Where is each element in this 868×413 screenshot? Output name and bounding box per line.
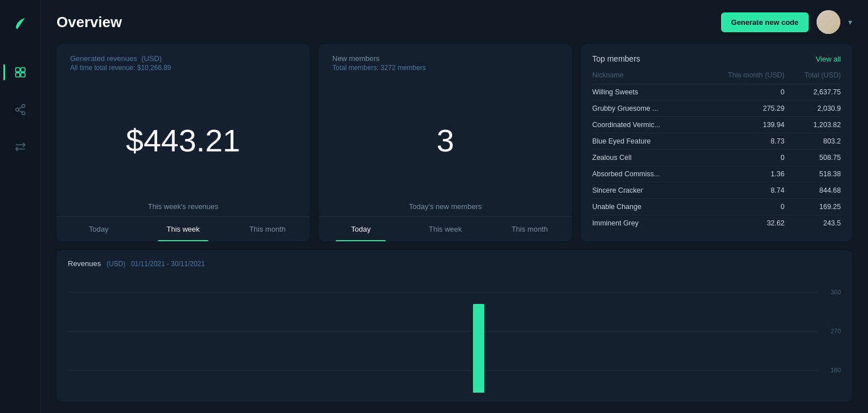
revenue-card-sublabel: All time total revenue: $10,266.89 [70,64,296,72]
member-this-month: 139.94 [697,117,785,133]
member-total: 844.68 [784,182,841,199]
member-total: 2,637.75 [784,84,841,101]
revenue-big-number: $443.21 [70,82,296,199]
revenue-tab-this-month[interactable]: This month [225,217,310,241]
members-tab-strip: Today This week This month [319,216,572,241]
member-this-month: 0 [697,84,785,101]
members-description: Today's new members [332,202,558,211]
member-total: 518.38 [784,166,841,182]
sidebar-item-dashboard[interactable] [10,62,31,82]
revenue-tab-this-week[interactable]: This week [141,217,225,241]
chart-date-range: 01/11/2021 - 30/11/2021 [131,260,205,268]
svg-point-5 [21,105,25,108]
svg-line-8 [18,110,21,112]
table-row: Sincere Cracker 8.74 844.68 [592,182,841,199]
member-nickname: Coordinated Vermic... [592,117,697,133]
revenue-card-label: Generated revenues (USD) [70,54,296,63]
content-area: Generated revenues (USD) All time total … [41,44,868,413]
chevron-down-icon[interactable]: ▾ [848,18,852,27]
member-nickname: Blue Eyed Feature [592,133,697,150]
chart-y-label: 180 [831,367,841,373]
avatar[interactable] [817,10,840,34]
member-nickname: Grubby Gruesome ... [592,101,697,117]
table-row: Zealous Cell 0 508.75 [592,150,841,166]
members-card-label: New members [332,54,558,63]
table-row: Grubby Gruesome ... 275.29 2,030.9 [592,101,841,117]
chart-header: Revenues (USD) 01/11/2021 - 30/11/2021 [68,259,841,268]
col-nickname: Nickname [592,69,697,84]
member-this-month: 0 [697,150,785,166]
member-total: 2,030.9 [784,101,841,117]
member-nickname: Unable Change [592,199,697,215]
member-nickname: Willing Sweets [592,84,697,101]
view-all-link[interactable]: View all [815,55,841,63]
table-row: Imminent Grey 32.62 243.5 [592,215,841,232]
chart-currency-label: (USD) [107,260,125,268]
member-nickname: Imminent Grey [592,215,697,232]
members-tab-today[interactable]: Today [319,217,403,241]
table-row: Absorbed Commiss... 1.36 518.38 [592,166,841,182]
svg-rect-1 [15,68,19,72]
generate-code-button[interactable]: Generate new code [721,12,809,32]
revenue-card: Generated revenues (USD) All time total … [57,44,310,241]
member-nickname: Zealous Cell [592,150,697,166]
svg-rect-2 [20,68,24,72]
logo [9,11,32,34]
sidebar [0,0,41,413]
member-nickname: Absorbed Commiss... [592,166,697,182]
top-members-card: Top members View all Nickname This month… [581,44,852,241]
header: Overview Generate new code ▾ [41,0,868,44]
svg-rect-3 [15,73,19,77]
table-row: Blue Eyed Feature 8.73 803.2 [592,133,841,150]
revenue-tab-today[interactable]: Today [57,217,141,241]
header-actions: Generate new code ▾ [721,10,852,34]
main-content: Overview Generate new code ▾ Generated r… [41,0,868,413]
svg-point-6 [15,108,19,111]
member-this-month: 275.29 [697,101,785,117]
col-total: Total (USD) [784,69,841,84]
revenue-description: This week's revenues [70,202,296,211]
chart-area: 360270180 [68,275,841,393]
member-this-month: 1.36 [697,166,785,182]
page-title: Overview [57,14,122,31]
svg-point-7 [21,112,25,115]
chart-title: Revenues [68,259,101,268]
chart-y-label: 270 [831,328,841,334]
member-total: 169.25 [784,199,841,215]
top-members-title: Top members [592,54,640,63]
member-nickname: Sincere Cracker [592,182,697,199]
member-this-month: 8.73 [697,133,785,150]
member-total: 1,203.82 [784,117,841,133]
top-members-table: Nickname This month (USD) Total (USD) Wi… [592,69,841,231]
revenue-tab-strip: Today This week This month [57,216,310,241]
member-this-month: 0 [697,199,785,215]
chart-y-label: 360 [831,289,841,295]
chart-bar [473,304,484,393]
sidebar-item-share[interactable] [10,99,31,120]
table-row: Coordinated Vermic... 139.94 1,203.82 [592,117,841,133]
members-card-sublabel: Total members: 3272 members [332,64,558,72]
top-members-header: Top members View all [592,54,841,63]
member-this-month: 32.62 [697,215,785,232]
sidebar-item-transfer[interactable] [10,137,31,157]
svg-rect-4 [20,73,24,77]
members-tab-this-week[interactable]: This week [403,217,487,241]
members-big-number: 3 [332,82,558,199]
members-tab-this-month[interactable]: This month [488,217,572,241]
table-row: Unable Change 0 169.25 [592,199,841,215]
svg-line-9 [18,107,21,109]
col-this-month: This month (USD) [697,69,785,84]
chart-bar-container [68,275,818,393]
chart-section: Revenues (USD) 01/11/2021 - 30/11/2021 3… [57,250,852,402]
member-total: 508.75 [784,150,841,166]
cards-row: Generated revenues (USD) All time total … [57,44,852,241]
member-total: 803.2 [784,133,841,150]
member-this-month: 8.74 [697,182,785,199]
members-card: New members Total members: 3272 members … [319,44,572,241]
member-total: 243.5 [784,215,841,232]
table-row: Willing Sweets 0 2,637.75 [592,84,841,101]
